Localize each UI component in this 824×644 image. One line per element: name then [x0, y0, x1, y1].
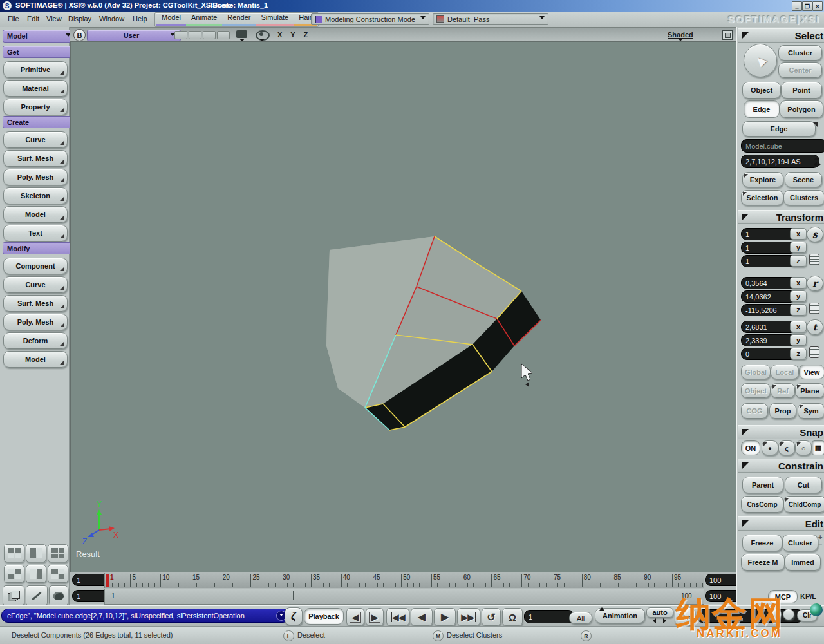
scale-y-axis-button[interactable]: y: [790, 242, 807, 253]
axis-letters-label[interactable]: X Y Z: [277, 31, 311, 39]
rotate-y-field[interactable]: 14,0362: [741, 290, 796, 303]
selection-left-icon[interactable]: [811, 162, 817, 167]
modify-component-button[interactable]: Component: [3, 258, 68, 274]
mode-local-button[interactable]: Local: [771, 365, 799, 379]
create-curve-button[interactable]: Curve: [3, 131, 68, 148]
modify-poly-mesh-button[interactable]: Poly. Mesh: [3, 314, 68, 330]
explore-button[interactable]: Explore: [742, 172, 783, 187]
loop-button[interactable]: ↺: [482, 608, 501, 626]
menu-window[interactable]: Window: [95, 15, 128, 23]
translate-z-axis-button[interactable]: z: [790, 348, 807, 359]
constrain-cnscomp-button[interactable]: CnsComp: [741, 496, 783, 513]
camera-icon[interactable]: [236, 30, 247, 38]
menu-file[interactable]: File: [4, 15, 23, 23]
layout-custom-button[interactable]: [4, 544, 24, 562]
scale-y-field[interactable]: 1: [741, 242, 796, 254]
step-forward-button[interactable]: ▶: [366, 608, 384, 626]
clusters-button[interactable]: Clusters: [783, 190, 824, 205]
snap-point-button[interactable]: ●: [762, 440, 778, 455]
modify-curve-button[interactable]: Curve: [3, 276, 68, 293]
rotate-x-axis-button[interactable]: x: [790, 277, 807, 289]
cluster-minus-button[interactable]: −: [818, 541, 822, 549]
playback-button[interactable]: Playback: [304, 608, 344, 625]
mcp-button[interactable]: MCP: [768, 590, 798, 603]
edit-freeze-button[interactable]: Freeze: [742, 535, 782, 551]
constrain-parent-button[interactable]: Parent: [742, 477, 783, 493]
audio-button[interactable]: Ω: [502, 608, 523, 626]
speaker-icon[interactable]: [770, 609, 782, 620]
layout-preset-button[interactable]: [4, 565, 24, 583]
scale-x-field[interactable]: 1: [741, 228, 796, 240]
constrain-cut-button[interactable]: Cut: [785, 477, 822, 493]
menu-render[interactable]: Render: [222, 13, 256, 26]
scope-field[interactable]: Model.cube: [741, 139, 824, 153]
range-bar[interactable]: 1 100: [104, 589, 704, 605]
mode-object-button[interactable]: Object: [741, 383, 771, 398]
kpl-button[interactable]: KP/L: [800, 592, 816, 600]
minimize-button[interactable]: _: [792, 1, 802, 11]
translate-x-field[interactable]: 2,6831: [741, 321, 796, 333]
selection-filter-dropdown[interactable]: Edge: [742, 121, 816, 137]
translate-x-axis-button[interactable]: x: [790, 321, 807, 332]
layout-vertical-split-button[interactable]: [26, 544, 46, 562]
translate-tool-button[interactable]: t: [807, 319, 823, 335]
get-property-button[interactable]: Property: [3, 99, 68, 115]
create-model-button[interactable]: Model: [3, 206, 68, 223]
step-back-button[interactable]: ◀: [346, 608, 364, 626]
module-selector-dropdown[interactable]: Model: [3, 30, 75, 43]
modify-model-button[interactable]: Model: [3, 351, 68, 368]
script-command-field[interactable]: eEdge", "Model.cube.edge[2,7,10,12]", si…: [1, 609, 290, 623]
scene-button[interactable]: Scene: [785, 172, 822, 187]
menu-animate[interactable]: Animate: [186, 13, 222, 26]
menu-simulate[interactable]: Simulate: [256, 13, 294, 26]
get-material-button[interactable]: Material: [3, 80, 68, 97]
cog-button[interactable]: COG: [741, 403, 768, 419]
scale-tool-button[interactable]: s: [807, 227, 823, 242]
go-to-end-button[interactable]: ▶▶: [457, 608, 480, 626]
rotate-z-field[interactable]: -115,5206: [741, 304, 796, 316]
layout-quad-button[interactable]: [48, 544, 68, 562]
camera-view-dropdown[interactable]: User: [87, 30, 181, 41]
edit-immed-button[interactable]: Immed: [785, 554, 821, 571]
range-marker[interactable]: [293, 591, 294, 600]
snap-grid-button[interactable]: ▦: [812, 440, 824, 455]
play-forward-button[interactable]: ▶: [434, 608, 456, 626]
snap-curve-button[interactable]: ς: [778, 440, 795, 455]
palette-icon[interactable]: [49, 585, 68, 606]
viewport-letter-button[interactable]: B: [73, 29, 86, 41]
select-tool-button[interactable]: ▲: [744, 44, 777, 77]
viewport-canvas[interactable]: Y X Z Result: [70, 41, 738, 573]
render-pass-dropdown[interactable]: Default_Pass: [433, 13, 548, 25]
layout-split-right-button[interactable]: [26, 565, 46, 583]
wand-icon[interactable]: [26, 585, 48, 606]
scale-options-icon[interactable]: [809, 254, 819, 265]
get-primitive-button[interactable]: Primitive: [3, 61, 68, 78]
mode-ref-button[interactable]: Ref: [771, 383, 795, 398]
rotate-tool-button[interactable]: r: [807, 276, 823, 291]
mode-plane-button[interactable]: Plane: [795, 383, 824, 398]
select-center-button[interactable]: Center: [778, 62, 822, 78]
key-button[interactable]: [675, 607, 695, 626]
menu-edit[interactable]: Edit: [23, 15, 43, 23]
selection-button[interactable]: Selection: [741, 190, 783, 205]
memo-cam-3[interactable]: [203, 31, 216, 39]
translate-y-field[interactable]: 2,3339: [741, 334, 796, 346]
construction-mode-dropdown[interactable]: Modeling Construction Mode: [311, 13, 429, 25]
memo-cam-2[interactable]: [189, 31, 201, 39]
scale-z-field[interactable]: 1: [741, 255, 796, 267]
mute-icon[interactable]: [783, 609, 794, 620]
go-to-start-button[interactable]: ◀◀: [386, 608, 409, 626]
memo-cam-1[interactable]: [174, 31, 187, 39]
translate-z-field[interactable]: 0: [741, 348, 796, 360]
mesh-scene[interactable]: Y X Z: [71, 42, 737, 573]
resize-viewport-icon[interactable]: [722, 30, 733, 40]
menu-help[interactable]: Help: [129, 15, 151, 23]
rotate-z-axis-button[interactable]: z: [790, 304, 807, 316]
snap-object-button[interactable]: ○: [795, 440, 812, 455]
auto-prev-icon[interactable]: [650, 618, 656, 623]
constrain-chldcomp-button[interactable]: ChldComp: [783, 496, 824, 513]
select-polygon-button[interactable]: Polygon: [780, 100, 823, 118]
selection-prev-icon[interactable]: [814, 155, 819, 160]
select-object-button[interactable]: Object: [742, 82, 781, 99]
menu-model[interactable]: Model: [156, 13, 186, 26]
